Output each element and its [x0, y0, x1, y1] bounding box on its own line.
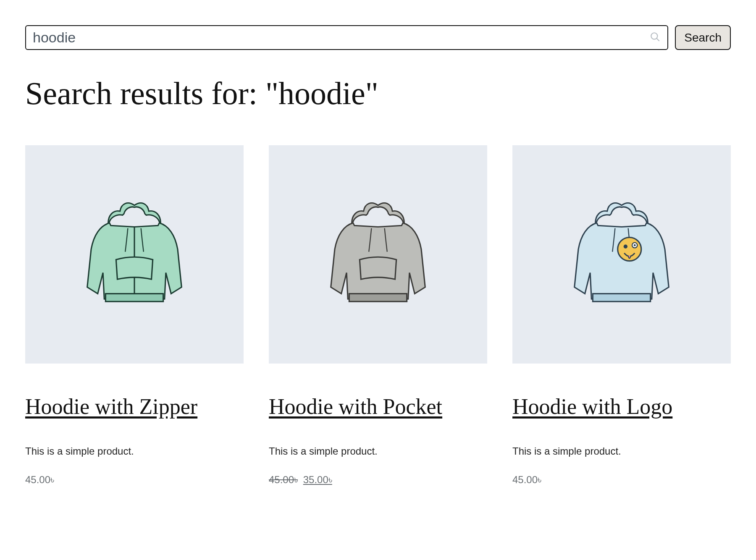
svg-point-9 — [634, 244, 636, 246]
original-price: 45.00৳ — [269, 474, 298, 485]
product-title-link[interactable]: Hoodie with Logo — [512, 393, 731, 420]
product-price: 45.00৳ 35.00৳ — [269, 474, 487, 486]
search-input-wrap — [25, 25, 668, 50]
heading-prefix: Search results for: " — [25, 76, 278, 111]
product-price: 45.00৳ — [512, 474, 731, 486]
svg-point-0 — [651, 33, 658, 39]
product-image-hoodie-logo[interactable] — [512, 145, 731, 364]
search-input[interactable] — [33, 29, 646, 46]
product-title-link[interactable]: Hoodie with Pocket — [269, 393, 487, 420]
svg-line-1 — [657, 38, 660, 41]
product-card: Hoodie with Pocket This is a simple prod… — [269, 145, 487, 486]
product-price: 45.00৳ — [25, 474, 244, 486]
svg-rect-3 — [105, 294, 163, 302]
product-image-hoodie-pocket[interactable] — [269, 145, 487, 364]
svg-rect-4 — [349, 294, 407, 302]
product-description: This is a simple product. — [25, 445, 244, 457]
product-card: Hoodie with Logo This is a simple produc… — [512, 145, 731, 486]
svg-point-7 — [624, 245, 627, 249]
search-button[interactable]: Search — [675, 25, 731, 50]
price-value: 45.00৳ — [25, 474, 54, 485]
page-title: Search results for: "hoodie" — [25, 75, 731, 112]
product-description: This is a simple product. — [269, 445, 487, 457]
search-bar: Search — [25, 25, 731, 50]
product-grid: Hoodie with Zipper This is a simple prod… — [25, 145, 731, 486]
heading-term: hoodie — [278, 76, 365, 111]
svg-rect-5 — [593, 294, 650, 302]
product-image-hoodie-zipper[interactable] — [25, 145, 244, 364]
search-icon — [646, 31, 661, 44]
product-card: Hoodie with Zipper This is a simple prod… — [25, 145, 244, 486]
product-title-link[interactable]: Hoodie with Zipper — [25, 393, 244, 420]
price-value: 45.00৳ — [512, 474, 541, 485]
sale-price: 35.00৳ — [303, 474, 332, 485]
heading-suffix: " — [365, 76, 378, 111]
product-description: This is a simple product. — [512, 445, 731, 457]
